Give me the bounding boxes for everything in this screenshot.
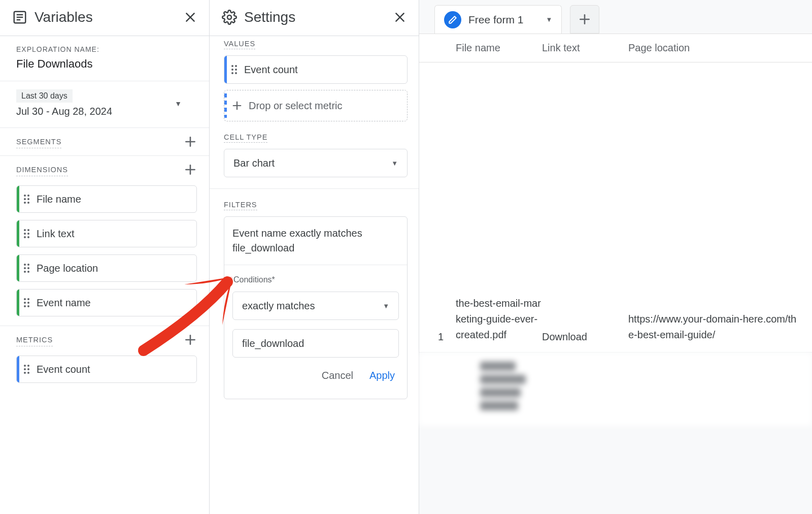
tab-label: Free form 1 (468, 14, 524, 26)
metric-label: Event count (37, 364, 90, 375)
metrics-heading: METRICS (16, 336, 53, 346)
dimension-pill-page-location[interactable]: Page location (16, 254, 197, 282)
conditions-label: Conditions* (233, 275, 399, 284)
drag-handle-icon[interactable] (24, 298, 29, 307)
variables-icon (12, 10, 27, 25)
plus-icon (231, 100, 243, 111)
close-variables-button[interactable] (184, 11, 197, 24)
values-heading: VALUES (224, 40, 255, 49)
dimension-pill-event-name[interactable]: Event name (16, 289, 197, 316)
tabs-row: Free form 1 ▼ (419, 0, 812, 34)
gear-icon (222, 10, 237, 25)
filters-heading: FILTERS (224, 201, 257, 210)
filter-card: Event name exactly matches file_download… (224, 216, 408, 399)
exploration-name-label: EXPLORATION NAME: (16, 45, 197, 53)
results-panel: Free form 1 ▼ File name Link text Page l… (419, 0, 812, 514)
settings-panel: Settings VALUES Event count Drop or sele… (210, 0, 419, 514)
cancel-button[interactable]: Cancel (322, 370, 353, 381)
variables-title: Variables (35, 9, 93, 25)
drag-handle-icon[interactable] (24, 195, 29, 204)
drop-metric-label: Drop or select metric (249, 100, 343, 112)
chevron-down-icon: ▼ (175, 100, 182, 108)
add-dimension-button[interactable] (184, 163, 197, 178)
metric-pill-event-count[interactable]: Event count (16, 356, 197, 383)
chevron-down-icon[interactable]: ▼ (546, 16, 553, 23)
value-label: Event count (244, 64, 298, 76)
close-settings-button[interactable] (393, 11, 407, 24)
dimensions-heading: DIMENSIONS (16, 166, 68, 176)
dimension-label: File name (37, 194, 81, 205)
table-header: File name Link text Page location (419, 34, 812, 62)
column-header-file-name[interactable]: File name (456, 42, 542, 54)
dimension-label: Link text (37, 228, 74, 240)
variables-panel: Variables EXPLORATION NAME: File Downlao… (0, 0, 210, 514)
apply-button[interactable]: Apply (369, 370, 395, 381)
condition-match-type-select[interactable]: exactly matches ▼ (232, 292, 399, 320)
table-body: 1 the-best-email-marketing-guide-ever-cr… (419, 62, 812, 352)
chevron-down-icon: ▼ (383, 302, 389, 310)
add-metric-button[interactable] (184, 333, 197, 348)
settings-title: Settings (244, 9, 295, 25)
dimension-label: Event name (37, 297, 91, 309)
segments-heading: SEGMENTS (16, 138, 61, 148)
dimension-label: Page location (37, 263, 98, 274)
condition-value-input[interactable]: file_download (232, 329, 399, 358)
cell-type-heading: CELL TYPE (224, 133, 267, 143)
cell-link-text: Download (542, 331, 628, 343)
table-row[interactable]: 1 the-best-email-marketing-guide-ever-cr… (419, 62, 812, 352)
row-index: 1 (419, 331, 456, 343)
tab-free-form[interactable]: Free form 1 ▼ (434, 5, 562, 34)
drop-metric-zone[interactable]: Drop or select metric (224, 90, 408, 121)
drag-handle-icon[interactable] (24, 365, 29, 374)
svg-point-12 (227, 15, 231, 19)
date-range-picker[interactable]: Last 30 days Jul 30 - Aug 28, 2024 ▼ (0, 81, 209, 127)
edit-icon (444, 11, 461, 28)
filter-summary[interactable]: Event name exactly matches file_download (224, 217, 407, 265)
exploration-name-input[interactable]: File Downlaods (16, 57, 197, 71)
value-pill-event-count[interactable]: Event count (224, 55, 408, 84)
dimension-pill-file-name[interactable]: File name (16, 185, 197, 213)
variables-header: Variables (0, 0, 209, 36)
column-header-page-location[interactable]: Page location (628, 42, 812, 54)
date-preset-chip: Last 30 days (16, 89, 73, 103)
date-range-text: Jul 30 - Aug 28, 2024 (16, 106, 112, 117)
drag-handle-icon[interactable] (24, 264, 29, 273)
cell-type-value: Bar chart (233, 157, 275, 169)
cell-type-select[interactable]: Bar chart ▼ (224, 149, 408, 177)
add-tab-button[interactable] (570, 5, 599, 34)
dimension-pill-link-text[interactable]: Link text (16, 220, 197, 247)
cell-file-name: the-best-email-marketing-guide-ever-crea… (456, 296, 542, 343)
settings-header: Settings (210, 0, 419, 36)
blurred-row (419, 352, 812, 426)
drag-handle-icon[interactable] (24, 229, 29, 238)
chevron-down-icon: ▼ (391, 159, 398, 167)
match-value: file_download (242, 338, 304, 349)
column-header-link-text[interactable]: Link text (542, 42, 628, 54)
match-type-value: exactly matches (242, 300, 315, 312)
add-segment-button[interactable] (184, 135, 197, 150)
cell-page-location: https://www.your-domain-here.com/the-bes… (628, 311, 812, 343)
drag-handle-icon[interactable] (231, 65, 237, 74)
